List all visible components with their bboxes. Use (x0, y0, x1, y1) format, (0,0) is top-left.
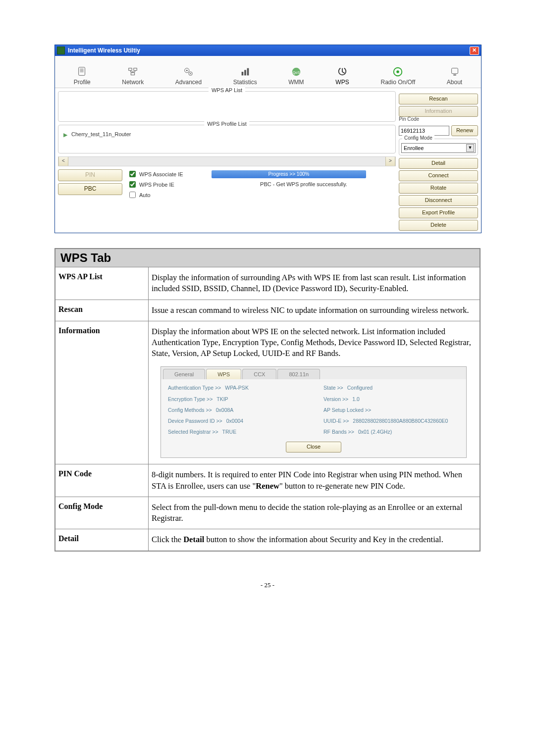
wps-icon (335, 66, 349, 78)
information-button[interactable]: Information (399, 106, 478, 117)
row-pin-code-text2: " button to re-generate new PIN Code. (279, 481, 405, 491)
disconnect-button[interactable]: Disconnect (399, 195, 478, 206)
check-auto-label: Auto (139, 192, 151, 198)
svg-rect-0 (78, 67, 85, 76)
check-wps-associate-label: WPS Associate IE (139, 171, 183, 177)
pin-code-field[interactable]: 16912113 (399, 126, 449, 136)
titlebar: Intelligent Wireless Utiltiy ✕ (55, 45, 481, 56)
row-information-label: Information (55, 321, 149, 464)
scroll-right-icon[interactable]: > (385, 157, 395, 166)
uuid-k: UUID-E >> (323, 417, 349, 424)
wps-ap-list-title: WPS AP List (209, 87, 245, 93)
svg-rect-12 (244, 70, 246, 75)
tab-statistics-label: Statistics (233, 79, 257, 86)
dev-pw-k: Device Password ID >> (168, 417, 222, 424)
tab-wps[interactable]: WPS (331, 64, 353, 88)
close-icon[interactable]: ✕ (470, 47, 479, 55)
tab-wmm[interactable]: QoS WMM (284, 64, 308, 88)
apsetup-k: AP Setup Locked >> (323, 406, 371, 413)
profile-row[interactable]: ▶ Cherry_test_11n_Router (61, 130, 392, 138)
row-rescan-label: Rescan (55, 300, 149, 321)
export-profile-button[interactable]: Export Profile (399, 207, 478, 218)
row-pin-code-bold: Renew (256, 481, 279, 491)
row-config-mode-desc: Select from the pull-down menu to decide… (149, 497, 481, 529)
tab-about[interactable]: About (443, 64, 466, 88)
profile-icon (75, 66, 89, 78)
tab-network[interactable]: Network (118, 64, 148, 88)
check-wps-probe[interactable]: WPS Probe IE (127, 180, 207, 189)
wps-description-table: WPS Tab WPS AP List Display the informat… (54, 248, 481, 552)
status-text: PBC - Get WPS profile successfully. (212, 180, 396, 188)
rescan-button[interactable]: Rescan (399, 94, 478, 104)
progress-text: Progress >> 100% (268, 171, 310, 177)
tab-statistics[interactable]: Statistics (229, 64, 261, 88)
pin-button[interactable]: PIN (58, 169, 122, 181)
svg-rect-18 (451, 68, 458, 74)
tab-radio[interactable]: Radio On/Off (377, 64, 420, 88)
row-rescan-desc: Issue a rescan command to wireless NIC t… (149, 300, 481, 321)
check-wps-associate[interactable]: WPS Associate IE (127, 169, 207, 179)
check-wps-associate-box[interactable] (129, 171, 136, 177)
rotate-button[interactable]: Rotate (399, 183, 478, 194)
config-methods-k: Config Methods >> (168, 406, 212, 413)
renew-button[interactable]: Renew (451, 125, 478, 136)
check-auto[interactable]: Auto (127, 190, 207, 200)
row-detail-text2: button to show the information about Sec… (204, 535, 443, 544)
tab-advanced[interactable]: Advanced (171, 64, 206, 88)
delete-button[interactable]: Delete (399, 220, 478, 231)
tab-wps-label: WPS (335, 79, 349, 86)
tab-profile-label: Profile (74, 79, 91, 86)
tab-profile[interactable]: Profile (70, 64, 95, 88)
row-config-mode-label: Config Mode (55, 497, 149, 529)
svg-rect-5 (134, 68, 137, 71)
gears-icon (181, 66, 195, 78)
row-wps-ap-list-desc: Display the information of surrounding A… (149, 267, 481, 300)
auth-type-v: WPA-PSK (225, 384, 249, 391)
app-window: Intelligent Wireless Utiltiy ✕ Profile N… (54, 45, 482, 233)
row-information-desc: Display the information about WPS IE on … (149, 321, 481, 464)
subtab-wps[interactable]: WPS (206, 369, 241, 380)
tab-advanced-label: Advanced (175, 79, 202, 86)
app-icon (57, 47, 65, 54)
svg-text:QoS: QoS (292, 70, 300, 75)
network-icon (126, 66, 140, 78)
tab-network-label: Network (122, 79, 144, 86)
svg-rect-13 (247, 68, 249, 76)
subtab-general[interactable]: General (163, 369, 205, 380)
check-auto-box[interactable] (129, 192, 136, 198)
statistics-icon (238, 66, 252, 78)
state-v: Configured (347, 384, 373, 391)
subdialog-close-button[interactable]: Close (286, 442, 341, 453)
check-wps-probe-box[interactable] (129, 181, 136, 188)
sel-reg-v: TRUE (222, 428, 237, 435)
row-wps-ap-list-label: WPS AP List (55, 267, 149, 300)
play-icon: ▶ (63, 132, 68, 137)
config-mode-select[interactable]: Enrollee ▼ (401, 143, 476, 153)
state-k: State >> (323, 384, 343, 391)
radio-icon (391, 66, 405, 78)
row-pin-code-label: PIN Code (55, 464, 149, 497)
connect-button[interactable]: Connect (399, 170, 478, 181)
rfbands-v: 0x01 (2.4GHz) (358, 428, 392, 435)
svg-rect-4 (129, 68, 132, 71)
subtab-80211n[interactable]: 802.11n (277, 369, 320, 380)
horizontal-scrollbar[interactable]: < > (58, 156, 396, 166)
uuid-v: 2880288028801880A880B80C432860E0 (353, 417, 448, 424)
config-methods-v: 0x008A (216, 406, 234, 413)
enc-type-k: Encryption Type >> (168, 396, 213, 403)
tab-radio-label: Radio On/Off (381, 79, 416, 86)
about-icon (448, 66, 462, 78)
detail-button[interactable]: Detail (399, 158, 478, 169)
version-k: Version >> (323, 396, 348, 403)
subtab-ccx[interactable]: CCX (242, 369, 276, 380)
scroll-left-icon[interactable]: < (58, 157, 68, 166)
wps-profile-list-title: WPS Profile List (204, 121, 249, 127)
svg-rect-6 (131, 73, 135, 75)
config-mode-label: Config Mode (402, 135, 434, 141)
main-tabbar: Profile Network Advanced Statistics (55, 56, 481, 88)
svg-point-8 (186, 70, 188, 71)
pbc-button[interactable]: PBC (58, 183, 122, 195)
progress-bar: Progress >> 100% (212, 170, 366, 178)
version-v: 1.0 (352, 396, 360, 403)
auth-type-k: Authentication Type >> (168, 384, 221, 391)
